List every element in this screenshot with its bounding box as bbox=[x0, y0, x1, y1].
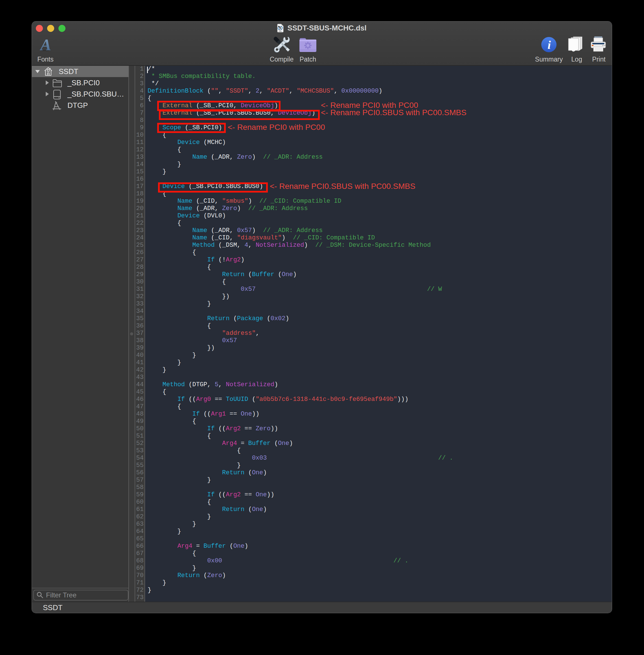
svg-text:A: A bbox=[40, 38, 51, 51]
svg-text:DSL: DSL bbox=[279, 30, 282, 31]
svg-text:i: i bbox=[548, 38, 551, 51]
